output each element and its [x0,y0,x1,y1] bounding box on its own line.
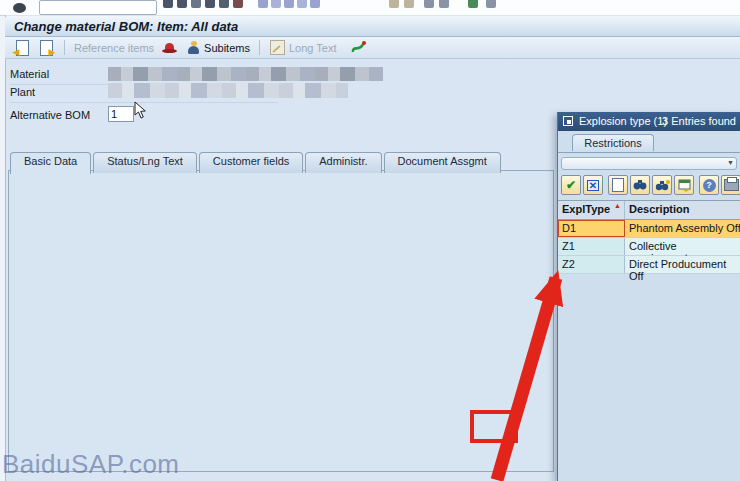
cell-description[interactable]: Direct Producument Off [625,256,740,273]
tab-customer-fields[interactable]: Customer fields [199,152,303,173]
help-icon: ? [703,179,716,192]
value-help-table: ExplType▲ Description D1 Phantom Assembl… [558,200,740,274]
popup-window-icon [563,116,573,126]
previous-item-button[interactable]: ◀ [13,39,31,57]
plant-label: Plant [10,86,35,98]
toolbar-icon[interactable] [310,0,320,8]
admin-hat-button[interactable] [160,39,178,57]
binoculars-icon [633,179,647,191]
sap-gui-screen: Change material BOM: Item: All data ◀ ▶ … [0,0,740,481]
popup-title: Explosion type (1) [579,115,667,127]
table-row-z2[interactable]: Z2 Direct Producument Off [558,256,740,274]
reference-items-button: Reference items [74,42,154,54]
page-title: Change material BOM: Item: All data [14,19,238,34]
loop-button[interactable] [350,39,368,57]
material-label: Material [10,68,49,80]
cell-type[interactable]: Z2 [558,256,625,273]
toolbar-icon[interactable] [191,0,201,8]
next-item-button[interactable]: ▶ [37,39,55,57]
mouse-cursor [134,101,148,120]
toolbar-icon[interactable] [439,0,449,8]
person-icon [187,41,200,55]
print-button[interactable] [721,175,740,195]
page-prev-icon: ◀ [16,40,29,56]
cell-type[interactable]: Z1 [558,238,625,255]
system-toolbar-partial [0,0,740,16]
tab-document-assgmt[interactable]: Document Assgmt [384,152,501,173]
toolbar-separator [259,40,260,55]
find-button[interactable] [630,175,650,195]
annotation-highlight-box [470,410,518,443]
printer-icon [724,179,739,191]
popup-titlebar[interactable]: Explosion type (1) 3 Entries found [558,112,740,131]
tab-administr[interactable]: Administr. [305,152,381,173]
cell-description[interactable]: Phantom Assembly Off [625,220,740,237]
toolbar-icon[interactable] [486,0,496,8]
popup-entries-found: 3 Entries found [662,115,736,127]
toolbar-icon[interactable] [297,0,307,8]
subitems-label[interactable]: Subitems [204,42,250,54]
toolbar-icon[interactable] [389,0,399,8]
col-header-description[interactable]: Description [625,201,740,219]
export-button[interactable] [674,175,694,195]
ok-code-icon [13,3,26,13]
long-text-button [269,39,287,57]
toolbar-icon[interactable] [163,0,173,8]
toolbar-icon[interactable] [271,0,281,8]
accept-button[interactable]: ✔ [561,175,581,195]
explosion-type-value-help-popup: Explosion type (1) 3 Entries found Restr… [557,112,740,481]
popup-tab-line [558,152,740,153]
find-next-button[interactable] [652,175,672,195]
item-detail-tabstrip: Basic Data Status/Lng Text Customer fiel… [10,152,501,174]
screen-titlebar: Change material BOM: Item: All data [5,16,740,37]
toolbar-icon[interactable] [258,0,268,8]
cancel-button[interactable]: ✕ [583,175,603,195]
subitems-button[interactable] [184,39,202,57]
application-toolbar: ◀ ▶ Reference items Subitems Long Text [5,37,740,59]
command-field[interactable] [39,0,157,15]
page-next-icon: ▶ [40,40,53,56]
toolbar-separator [64,40,65,55]
tab-restrictions[interactable]: Restrictions [572,134,654,151]
alternative-bom-field[interactable] [108,106,134,122]
red-hat-icon [162,42,177,54]
toolbar-icon[interactable] [284,0,294,8]
restrictions-collapsed-bar[interactable]: ▼ [561,157,737,170]
accept-icon: ✔ [566,178,576,192]
toolbar-icon[interactable] [177,0,187,8]
cell-type[interactable]: D1 [558,220,625,237]
document-icon [612,178,624,192]
table-row-d1[interactable]: D1 Phantom Assembly Off [558,220,740,238]
cell-description[interactable]: Collective requirements [625,238,740,255]
help-button[interactable]: ? [699,175,719,195]
cancel-icon: ✕ [587,180,599,191]
toolbar-icon[interactable] [424,0,434,8]
tab-status-lng-text[interactable]: Status/Lng Text [93,152,197,173]
toolbar-icon[interactable] [468,0,478,8]
long-text-icon [270,40,285,55]
long-text-label: Long Text [289,42,337,54]
popup-toolbar: ✔ ✕ ? [561,175,740,195]
table-row-z1[interactable]: Z1 Collective requirements [558,238,740,256]
toolbar-icon[interactable] [205,0,215,8]
binoculars-plus-icon [655,179,670,192]
toolbar-icon[interactable] [404,0,414,8]
tab-basic-data[interactable]: Basic Data [10,152,91,174]
alternative-bom-label: Alternative BOM [10,109,90,121]
watermark: BaiduSAP.com [2,449,180,480]
plant-value-redacted [108,83,348,98]
toolbar-icon[interactable] [233,0,243,8]
expand-dropdown-icon[interactable]: ▼ [727,159,734,166]
sort-ascending-icon: ▲ [614,202,621,209]
toolbar-icon[interactable] [219,0,229,8]
loop-icon [351,40,367,55]
table-header-row: ExplType▲ Description [558,200,740,220]
material-value-redacted [108,67,383,81]
col-header-expltype[interactable]: ExplType▲ [558,201,625,219]
export-grid-icon [678,179,691,192]
new-entry-button[interactable] [608,175,628,195]
